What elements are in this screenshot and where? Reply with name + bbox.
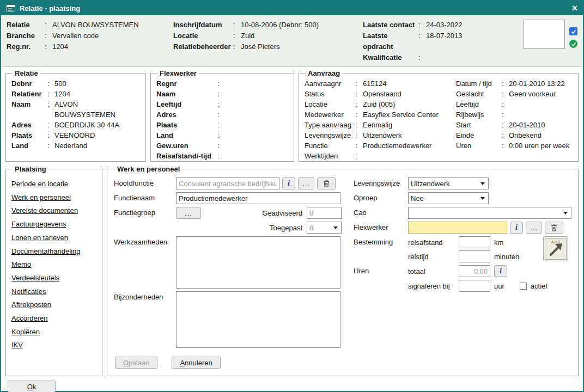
- green-check-icon[interactable]: [569, 40, 577, 48]
- menu-item-lonen-en-tarieven[interactable]: Lonen en tarieven: [11, 231, 68, 245]
- relatienr-value: 1204: [54, 89, 140, 99]
- fw-land-value: [224, 130, 288, 140]
- laatste-contact-value: 24-03-2022: [426, 20, 524, 30]
- ellipsis-icon: ...: [530, 224, 538, 232]
- hoofdfunctie-info-button[interactable]: i: [282, 177, 295, 189]
- menu-item-aftrekposten[interactable]: Aftrekposten: [11, 298, 51, 312]
- actief-label: actief: [531, 282, 548, 290]
- uren-totaal-input: [459, 265, 490, 277]
- werk-form-left: Hoofdfunctie i ... Functienaam: [114, 177, 348, 348]
- relation-photo-placeholder: [524, 20, 565, 49]
- ok-button[interactable]: Ok: [8, 381, 56, 392]
- relation-summary-header: RelatieALVON BOUWSYSTEMEN BrancheVervall…: [1, 15, 583, 67]
- cao-select[interactable]: [408, 207, 571, 219]
- bijzonderheden-textarea[interactable]: [176, 291, 340, 348]
- locatie-value: Zuid: [241, 30, 363, 41]
- toegepast-select[interactable]: 8: [307, 222, 342, 234]
- hoofdfunctie-input[interactable]: [176, 177, 279, 189]
- trash-icon: [323, 180, 330, 187]
- fw-adres-value: [224, 109, 288, 120]
- oproep-select[interactable]: Nee: [408, 192, 489, 204]
- flexwerker-browse-button[interactable]: ...: [526, 222, 542, 234]
- uren-info-button[interactable]: i: [494, 265, 507, 277]
- av-leveringswijze-value: Uitzendwerk: [363, 130, 456, 140]
- main-content: Relatie Debnr500 Relatienr1204 NaamALVON…: [1, 67, 583, 392]
- flexwerker-details: Regnr Naam Leeftijd Adres Plaats Land Ge…: [156, 78, 288, 161]
- menu-item-werk-en-personeel[interactable]: Werk en personeel: [11, 191, 71, 205]
- menu-item-accorderen[interactable]: Accorderen: [11, 312, 47, 326]
- aanvraag-legend: Aanvraag: [306, 69, 342, 77]
- blue-checkbox-icon[interactable]: [569, 27, 577, 35]
- chevron-down-icon: [563, 212, 568, 215]
- menu-item-periode-en-locatie[interactable]: Periode en locatie: [11, 177, 68, 191]
- trash-icon: [551, 224, 557, 231]
- hoofdfunctie-delete-button[interactable]: [317, 177, 336, 189]
- av-leeftijd-value: [509, 99, 573, 109]
- reistijd-label: reistijd: [408, 253, 455, 261]
- hoofdfunctie-browse-button[interactable]: ...: [298, 177, 314, 189]
- km-unit: km: [494, 238, 503, 247]
- fw-naam-value: [224, 89, 288, 99]
- menu-item-ikv[interactable]: IKV: [11, 339, 23, 352]
- signaleren-bij-input[interactable]: [459, 280, 490, 292]
- flexwerker-legend: Flexwerker: [157, 69, 199, 77]
- flexwerker-info-button[interactable]: i: [510, 222, 523, 234]
- close-icon[interactable]: ×: [571, 3, 577, 13]
- start-value: 20-01-2010: [509, 120, 573, 130]
- relatie-details: Debnr500 Relatienr1204 NaamALVON BOUWSYS…: [11, 78, 140, 151]
- info-icon: i: [500, 267, 502, 275]
- totaal-label: totaal: [408, 267, 455, 275]
- functiegroep-browse-button[interactable]: ...: [176, 207, 201, 219]
- laatste-opdracht-value: 18-07-2013: [426, 30, 524, 52]
- menu-item-documentafhandeling[interactable]: Documentafhandeling: [11, 245, 80, 259]
- menu-item-notificaties[interactable]: Notificaties: [11, 285, 46, 299]
- branche-value: Vervallen code: [52, 30, 173, 41]
- chevron-down-icon: [480, 197, 485, 200]
- av-locatie-value: Zuid (005): [363, 99, 456, 109]
- aanvraag-panel: Aanvraag Aanvraagnr615124 StatusOpenstaa…: [299, 69, 579, 162]
- menu-item-vereiste-documenten[interactable]: Vereiste documenten: [11, 204, 78, 218]
- werktijden-value: [363, 151, 456, 161]
- reistijd-input[interactable]: [459, 250, 490, 262]
- opslaan-button[interactable]: Opslaan: [115, 357, 157, 369]
- minuten-unit: minuten: [494, 253, 519, 261]
- fw-regnr-value: [224, 78, 288, 89]
- title-bar: Relatie - plaatsing ×: [1, 1, 583, 15]
- header-right: [524, 20, 577, 63]
- geadviseerd-label: Geadviseerd: [262, 209, 302, 217]
- menu-item-memo[interactable]: Memo: [11, 258, 31, 272]
- einde-value: Onbekend: [509, 130, 573, 140]
- uren-value: 0:00 uren per week: [509, 140, 573, 151]
- window-title: Relatie - plaatsing: [20, 4, 80, 13]
- uur-unit: uur: [494, 282, 504, 290]
- flexwerker-delete-button[interactable]: [545, 222, 563, 234]
- functienaam-input[interactable]: [176, 192, 340, 204]
- relatie-legend: Relatie: [13, 69, 40, 77]
- plaatsing-menu: Periode en locatie Werk en personeel Ver…: [11, 177, 96, 352]
- werk-form-right: Leveringswijze Uitzendwerk Oproep Nee: [354, 177, 571, 348]
- werk-legend: Werk en personeel: [115, 165, 182, 173]
- info-icon: i: [288, 179, 290, 188]
- plaatsing-legend: Plaatsing: [13, 165, 48, 173]
- aanvraagnr-value: 615124: [363, 78, 456, 89]
- window-icon: [7, 5, 15, 11]
- actief-checkbox[interactable]: [520, 283, 527, 290]
- plaatsing-panel: Plaatsing Periode en locatie Werk en per…: [5, 165, 102, 376]
- menu-item-factuurgegevens[interactable]: Factuurgegevens: [11, 218, 66, 231]
- relatie-value: ALVON BOUWSYSTEMEN: [52, 20, 173, 30]
- leveringswijze-select[interactable]: Uitzendwerk: [408, 177, 489, 189]
- rijbewijs-value: [509, 109, 573, 120]
- menu-item-kopieren[interactable]: Kopiëren: [11, 326, 40, 339]
- menu-item-verdeelsleutels[interactable]: Verdeelsleutels: [11, 272, 59, 285]
- debnr-value: 500: [54, 78, 140, 89]
- annuleren-button[interactable]: Annuleren: [172, 357, 220, 369]
- svg-text:A117: A117: [551, 240, 560, 244]
- reisafstand-input[interactable]: [459, 236, 490, 248]
- werkzaamheden-textarea[interactable]: [176, 236, 340, 289]
- route-planner-button[interactable]: A117: [543, 236, 568, 261]
- chevron-down-icon: [480, 182, 485, 185]
- dialog-footer: Ok: [5, 376, 579, 392]
- flexwerker-input[interactable]: [408, 222, 507, 234]
- adres-value: BOEDRDIJK 30 44A: [54, 120, 140, 130]
- fw-leeftijd-value: [224, 99, 288, 109]
